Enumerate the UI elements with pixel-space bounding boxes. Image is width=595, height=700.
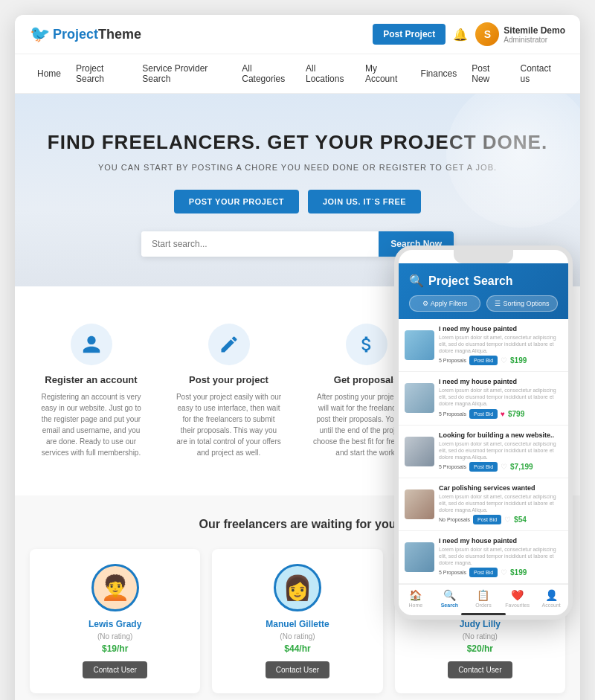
mobile-listing-img-3 [405, 489, 434, 519]
mobile-overlay: 🔍 Project Search ⚙ Apply Filters ☰ Sorti… [394, 245, 573, 620]
mobile-post-bid-button-1[interactable]: Post Bid [469, 409, 498, 419]
sort-label: Sorting Options [503, 300, 549, 307]
feature-post-title: Post your project [175, 374, 283, 385]
mobile-home-indicator [461, 613, 506, 615]
user-name: Sitemile Demo [504, 25, 565, 36]
mobile-listing-meta-3: No Proposals Post Bid ♡ $54 [439, 515, 562, 524]
mobile-post-bid-button-0[interactable]: Post Bid [469, 356, 498, 365]
nav-my-account[interactable]: My Account [358, 54, 414, 93]
nav-home[interactable]: Home [30, 60, 68, 88]
mobile-listing-meta-1: 5 Proposals Post Bid ♥ $799 [439, 409, 562, 419]
hero-buttons: POST YOUR PROJECT JOIN US. IT`S FREE [30, 190, 565, 213]
mobile-listings: I need my house painted Lorem ipsum dolo… [399, 319, 568, 584]
mobile-heart-icon-0[interactable]: ♡ [501, 356, 507, 365]
freelancer-rate-1: $44/hr [222, 643, 372, 654]
freelancer-rate-0: $19/hr [40, 643, 190, 654]
nav-service-provider-search[interactable]: Service Provider Search [135, 54, 234, 93]
mobile-filters: ⚙ Apply Filters ☰ Sorting Options [409, 295, 558, 312]
feature-post: Post your project Post your project easi… [167, 316, 290, 466]
mobile-listing-desc-4: Lorem ipsum dolor sit amet, consectetur … [439, 546, 562, 566]
nav-post-new[interactable]: Post New [464, 54, 512, 93]
hero-subtitle: YOU CAN START BY POSTING A CHORE YOU NEE… [30, 163, 565, 172]
nav-project-search[interactable]: Project Search [68, 54, 135, 93]
feature-post-icon [208, 324, 250, 365]
mobile-nav-label-3: Favourites [505, 603, 530, 608]
mobile-bottom-nav: 🏠 Home 🔍 Search 📋 Orders ❤️ Favourites 👤… [399, 584, 568, 611]
feature-register-icon [71, 324, 112, 365]
contact-user-button-0[interactable]: Contact User [83, 661, 147, 678]
mobile-listing-img-4 [405, 542, 434, 572]
post-project-hero-button[interactable]: POST YOUR PROJECT [174, 190, 299, 213]
logo-project: Project [53, 27, 98, 42]
mobile-listing-title-4: I need my house painted [439, 537, 562, 545]
mobile-nav-orders[interactable]: 📋 Orders [466, 589, 501, 608]
mobile-apply-filters-button[interactable]: ⚙ Apply Filters [409, 295, 480, 312]
mobile-post-bid-button-2[interactable]: Post Bid [469, 462, 498, 472]
mobile-proposals-0: 5 Proposals [439, 358, 466, 363]
logo-theme: Theme [98, 27, 141, 42]
freelancer-name-0: Lewis Grady [40, 619, 190, 629]
mobile-listing-2[interactable]: Looking for building a new website.. Lor… [399, 426, 568, 478]
freelancer-card-1: 👩 Manuel Gillette (No rating) $44/hr Con… [212, 549, 382, 693]
page-wrapper: 🐦 Project Theme Post Project 🔔 S Sitemil… [15, 15, 580, 700]
user-role: Administrator [504, 36, 565, 44]
mobile-nav-icon-4: 👤 [545, 589, 558, 601]
mobile-listing-1[interactable]: I need my house painted Lorem ipsum dolo… [399, 372, 568, 425]
mobile-listing-content-1: I need my house painted Lorem ipsum dolo… [439, 378, 562, 418]
mobile-listing-img-inner-0 [405, 330, 434, 360]
mobile-heart-icon-1[interactable]: ♥ [501, 410, 505, 418]
mobile-price-3: $54 [514, 516, 527, 524]
mobile-nav-label-4: Account [542, 603, 561, 608]
mobile-nav-account[interactable]: 👤 Account [534, 589, 568, 608]
mobile-sorting-options-button[interactable]: ☰ Sorting Options [486, 295, 558, 312]
mobile-listing-4[interactable]: I need my house painted Lorem ipsum dolo… [399, 531, 568, 584]
hero-title: FIND FREELANCERS. GET YOUR PROJECT DONE. [30, 131, 565, 154]
freelancer-name-2: Judy Lilly [405, 619, 555, 629]
mobile-listing-title-3: Car polishing services wanted [439, 484, 562, 492]
mobile-notch [454, 250, 513, 263]
mobile-listing-3[interactable]: Car polishing services wanted Lorem ipsu… [399, 478, 568, 531]
feature-register-title: Register an account [37, 374, 145, 385]
mobile-heart-icon-3[interactable]: ♡ [504, 516, 511, 524]
hero-search-input[interactable] [141, 231, 379, 257]
freelancer-avatar-1: 👩 [274, 564, 321, 611]
mobile-nav-icon-2: 📋 [477, 589, 489, 601]
mobile-nav-search[interactable]: 🔍 Search [433, 589, 467, 608]
freelancer-rating-2: (No rating) [405, 632, 555, 640]
mobile-listing-title-2: Looking for building a new website.. [439, 431, 562, 439]
notification-icon[interactable]: 🔔 [453, 28, 468, 42]
feature-register-desc: Registering an account is very easy in o… [37, 391, 145, 458]
mobile-post-bid-button-3[interactable]: Post Bid [473, 515, 501, 524]
mobile-listing-0[interactable]: I need my house painted Lorem ipsum dolo… [399, 319, 568, 372]
header: 🐦 Project Theme Post Project 🔔 S Sitemil… [15, 15, 580, 54]
filter-label: Apply Filters [431, 300, 468, 307]
feature-register: Register an account Registering an accou… [30, 316, 152, 466]
join-us-button[interactable]: JOIN US. IT`S FREE [308, 190, 421, 213]
contact-user-button-2[interactable]: Contact User [448, 661, 512, 678]
contact-user-button-1[interactable]: Contact User [266, 661, 329, 678]
mobile-heart-icon-2[interactable]: ♡ [501, 463, 507, 471]
sort-icon: ☰ [495, 300, 501, 307]
mobile-nav-home[interactable]: 🏠 Home [399, 589, 433, 608]
nav-all-locations[interactable]: All Locations [298, 54, 358, 93]
post-project-button[interactable]: Post Project [373, 24, 446, 45]
mobile-nav-label-2: Orders [475, 603, 491, 608]
mobile-listing-desc-0: Lorem ipsum dolor sit amet, consectetur … [439, 334, 562, 354]
freelancer-rating-1: (No rating) [222, 632, 372, 640]
mobile-price-2: $7,199 [510, 463, 533, 471]
mobile-listing-desc-3: Lorem ipsum dolor sit amet, consectetur … [439, 493, 562, 513]
mobile-nav-favourites[interactable]: ❤️ Favourites [501, 589, 535, 608]
mobile-heart-icon-4[interactable]: ♡ [501, 568, 507, 577]
nav: Home Project Search Service Provider Sea… [15, 54, 580, 94]
mobile-search-icon: 🔍 [409, 274, 424, 288]
mobile-listing-img-1 [405, 383, 434, 413]
mobile-nav-icon-0: 🏠 [409, 589, 422, 601]
mobile-post-bid-button-4[interactable]: Post Bid [469, 568, 498, 577]
mobile-listing-img-inner-1 [405, 383, 434, 413]
nav-contact-us[interactable]: Contact us [512, 54, 565, 93]
mobile-nav-label-0: Home [408, 603, 422, 608]
mobile-listing-desc-1: Lorem ipsum dolor sit amet, consectetur … [439, 387, 562, 407]
nav-all-categories[interactable]: All Categories [234, 54, 298, 93]
nav-finances[interactable]: Finances [414, 60, 465, 88]
mobile-listing-content-4: I need my house painted Lorem ipsum dolo… [439, 537, 562, 577]
